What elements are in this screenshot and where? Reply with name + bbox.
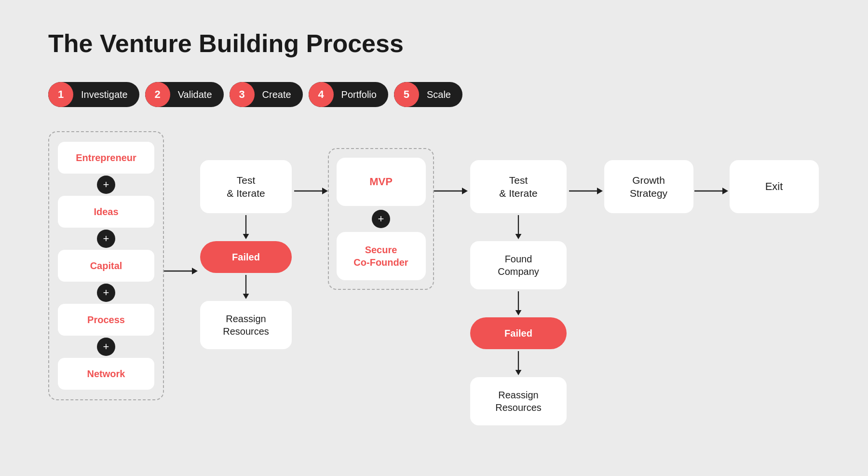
mvp-card: MVP	[337, 158, 426, 206]
page: The Venture Building Process 1 Investiga…	[0, 0, 868, 454]
arrow-val-to-create	[294, 184, 328, 198]
tab-portfolio[interactable]: 4 Portfolio	[309, 82, 388, 107]
tab-validate[interactable]: 2 Validate	[145, 82, 224, 107]
tab-investigate[interactable]: 1 Investigate	[48, 82, 139, 107]
phase-num-1: 1	[48, 82, 73, 107]
arrow-down-val-failed	[239, 215, 253, 239]
phase-label-3: Create	[255, 89, 303, 100]
ideas-card: Ideas	[58, 196, 154, 228]
phase-num-3: 3	[230, 82, 255, 107]
secure-cofounder-card: SecureCo-Founder	[337, 232, 426, 280]
capital-card: Capital	[58, 250, 154, 282]
svg-marker-5	[243, 294, 249, 299]
portfolio-column: Test& Iterate FoundCompany Failed	[468, 160, 569, 425]
arrow-down-port-found	[511, 215, 526, 239]
svg-marker-17	[597, 188, 603, 194]
svg-marker-7	[322, 188, 328, 194]
page-title: The Venture Building Process	[48, 29, 820, 58]
validate-reassign: ReassignResources	[200, 301, 292, 349]
phase-label-4: Portfolio	[334, 89, 388, 100]
svg-marker-19	[722, 188, 728, 194]
plus-icon-create: +	[372, 210, 390, 228]
found-company-card: FoundCompany	[470, 241, 567, 289]
arrow-inv-to-val	[164, 264, 198, 278]
svg-marker-13	[515, 310, 522, 315]
plus-icon-4: +	[97, 338, 115, 356]
process-card: Process	[58, 304, 154, 336]
entrepreneur-card: Entrepreneur	[58, 142, 154, 174]
phase-label-1: Investigate	[73, 89, 139, 100]
investigate-box: Entrepreneur + Ideas + Capital + Process…	[48, 131, 164, 400]
phase-num-2: 2	[145, 82, 170, 107]
validate-column: Test& Iterate Failed ReassignResources	[198, 160, 294, 349]
tab-create[interactable]: 3 Create	[230, 82, 303, 107]
exit-column: Exit	[728, 160, 820, 213]
portfolio-failed: Failed	[470, 317, 567, 349]
growth-strategy-column: GrowthStrategy	[603, 160, 694, 213]
svg-marker-1	[192, 268, 198, 274]
svg-marker-3	[243, 234, 249, 239]
growth-strategy-card: GrowthStrategy	[604, 160, 693, 213]
exit-card: Exit	[730, 160, 819, 213]
portfolio-test-iterate: Test& Iterate	[470, 160, 567, 213]
plus-icon-3: +	[97, 284, 115, 302]
validate-failed: Failed	[200, 241, 292, 273]
tab-scale[interactable]: 5 Scale	[394, 82, 462, 107]
plus-icon-1: +	[97, 176, 115, 194]
svg-marker-11	[515, 234, 522, 239]
network-card: Network	[58, 358, 154, 390]
svg-marker-9	[462, 188, 468, 194]
flow-diagram: Entrepreneur + Ideas + Capital + Process…	[48, 131, 820, 425]
create-box: MVP + SecureCo-Founder	[328, 148, 434, 290]
phase-label-2: Validate	[170, 89, 224, 100]
svg-marker-15	[515, 370, 522, 375]
phase-label-5: Scale	[419, 89, 462, 100]
arrow-port-to-growth	[569, 184, 603, 198]
arrow-down-failed-reassign	[239, 275, 253, 299]
arrow-growth-to-exit	[694, 184, 728, 198]
arrow-create-to-portfolio	[434, 184, 468, 198]
arrow-down-port-reassign	[511, 351, 526, 375]
phase-num-4: 4	[309, 82, 334, 107]
arrow-down-found-failed	[511, 291, 526, 315]
portfolio-reassign: ReassignResources	[470, 377, 567, 425]
plus-icon-2: +	[97, 230, 115, 248]
phase-tabs: 1 Investigate 2 Validate 3 Create 4 Port…	[48, 82, 820, 107]
phase-num-5: 5	[394, 82, 419, 107]
validate-test-iterate: Test& Iterate	[200, 160, 292, 213]
